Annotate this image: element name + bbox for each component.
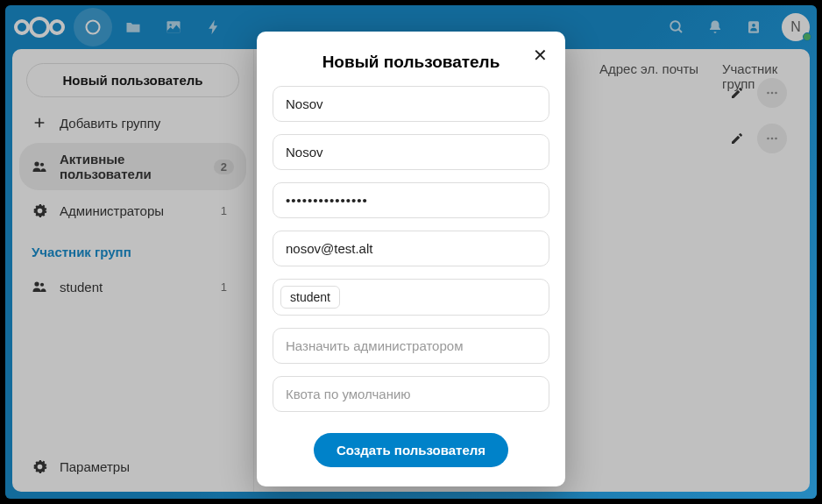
modal-overlay: ✕ Новый пользователь student Создать пол…: [5, 5, 817, 499]
group-tag: student: [280, 286, 340, 309]
password-input[interactable]: [273, 182, 549, 218]
new-user-modal: ✕ Новый пользователь student Создать пол…: [257, 32, 565, 486]
admin-select[interactable]: [273, 328, 549, 364]
close-icon[interactable]: ✕: [528, 44, 551, 67]
displayname-input[interactable]: [273, 134, 549, 170]
groups-select[interactable]: student: [273, 279, 549, 316]
username-input[interactable]: [273, 86, 549, 122]
quota-select[interactable]: [273, 376, 549, 412]
email-input[interactable]: [273, 231, 549, 266]
create-user-button[interactable]: Создать пользователя: [314, 433, 508, 467]
modal-title: Новый пользователь: [273, 47, 549, 86]
